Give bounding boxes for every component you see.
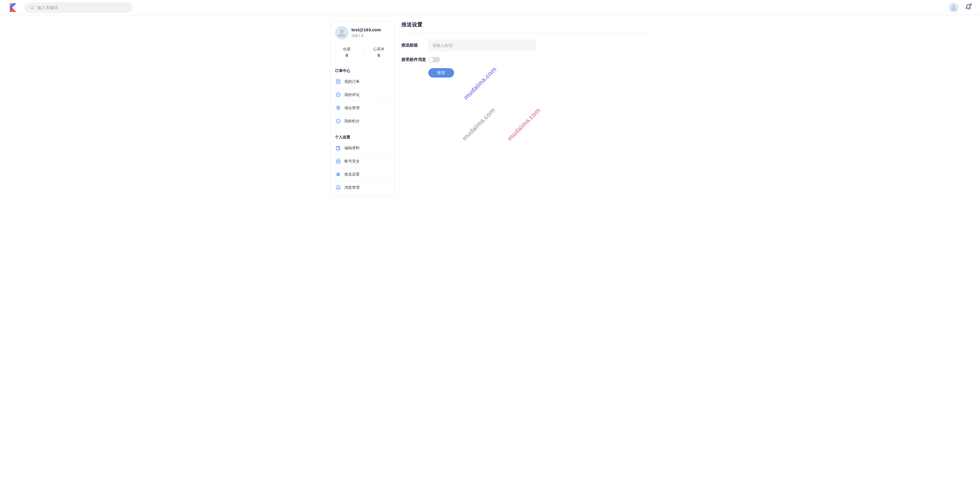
sidebar-item-profile[interactable]: 编辑资料 bbox=[334, 142, 391, 155]
accept-label: 接受邮件消息 bbox=[401, 57, 428, 62]
sidebar-item-label: 账号安全 bbox=[344, 159, 360, 164]
sidebar-item-points[interactable]: T 我的积分 bbox=[334, 115, 391, 128]
svg-point-0 bbox=[30, 6, 33, 8]
svg-point-2 bbox=[952, 5, 955, 8]
stat-favorites[interactable]: 收藏 0 bbox=[331, 46, 363, 57]
comments-icon bbox=[336, 92, 341, 97]
svg-point-21 bbox=[337, 175, 338, 176]
form-row-email: 推送邮箱 bbox=[401, 40, 649, 51]
notifications-button[interactable] bbox=[966, 4, 971, 11]
sidebar-item-orders[interactable]: 我的订单 bbox=[334, 75, 391, 88]
save-button[interactable]: 保存 bbox=[428, 68, 454, 78]
main-content: 推送设置 推送邮箱 接受邮件消息 保存 mudaima.com mudaima.… bbox=[401, 21, 649, 196]
svg-text:T: T bbox=[337, 120, 339, 123]
orders-icon bbox=[336, 79, 341, 84]
svg-point-19 bbox=[339, 174, 339, 175]
email-input[interactable] bbox=[428, 40, 536, 51]
sidebar-item-push[interactable]: 推送设置 bbox=[334, 168, 391, 181]
profile-activity: 活跃1天 bbox=[352, 33, 381, 38]
section-title-settings: 个人设置 bbox=[334, 132, 391, 142]
sliders-icon bbox=[336, 172, 341, 177]
header bbox=[0, 0, 980, 15]
bell-outline-icon bbox=[336, 185, 341, 190]
sidebar: test@163.com 活跃1天 收藏 0 心愿单 0 订单中心 我的订单 bbox=[331, 21, 395, 196]
watermark: mudaima.com bbox=[460, 107, 496, 142]
lock-icon bbox=[336, 159, 341, 164]
profile-header: test@163.com 活跃1天 bbox=[331, 21, 395, 44]
svg-point-3 bbox=[340, 29, 344, 33]
search-box[interactable] bbox=[25, 2, 133, 13]
toggle-knob bbox=[429, 57, 433, 62]
search-input[interactable] bbox=[37, 5, 128, 10]
svg-point-9 bbox=[338, 107, 339, 108]
sidebar-item-label: 我的积分 bbox=[344, 118, 360, 124]
svg-rect-13 bbox=[336, 147, 339, 150]
sidebar-item-label: 我的评论 bbox=[344, 92, 360, 97]
form-row-accept: 接受邮件消息 bbox=[401, 57, 649, 62]
sidebar-item-label: 地址管理 bbox=[344, 105, 360, 111]
profile-stats: 收藏 0 心愿单 0 bbox=[331, 44, 395, 63]
sidebar-item-label: 编辑资料 bbox=[344, 145, 360, 151]
watermark: mudaima.com bbox=[506, 107, 542, 142]
address-icon bbox=[336, 105, 341, 111]
svg-point-15 bbox=[338, 161, 339, 162]
profile-name: test@163.com bbox=[352, 27, 381, 32]
sidebar-section-orders: 订单中心 我的订单 我的评论 地址管理 T 我的积分 bbox=[331, 63, 395, 129]
points-icon: T bbox=[336, 118, 341, 124]
user-avatar[interactable] bbox=[949, 3, 958, 12]
page-title: 推送设置 bbox=[401, 21, 649, 32]
sidebar-item-label: 我的订单 bbox=[344, 79, 360, 84]
profile-avatar bbox=[335, 26, 348, 40]
app-logo[interactable] bbox=[9, 3, 18, 12]
sidebar-item-message[interactable]: 消息管理 bbox=[334, 181, 391, 194]
sidebar-section-settings: 个人设置 编辑资料 账号安全 推送设置 消息管理 bbox=[331, 129, 395, 196]
section-title-orders: 订单中心 bbox=[334, 66, 391, 75]
search-icon bbox=[29, 5, 35, 10]
accept-toggle[interactable] bbox=[428, 57, 440, 62]
svg-line-1 bbox=[33, 8, 33, 10]
email-label: 推送邮箱 bbox=[401, 43, 428, 48]
sidebar-item-label: 推送设置 bbox=[344, 172, 360, 177]
watermark: mudaima.com bbox=[462, 65, 498, 102]
sidebar-item-address[interactable]: 地址管理 bbox=[334, 102, 391, 115]
sidebar-item-comments[interactable]: 我的评论 bbox=[334, 88, 391, 102]
notification-dot bbox=[970, 3, 972, 6]
sidebar-item-label: 消息管理 bbox=[344, 185, 360, 190]
svg-point-17 bbox=[337, 173, 338, 174]
profile-edit-icon bbox=[336, 145, 341, 151]
svg-point-8 bbox=[336, 93, 340, 97]
sidebar-item-security[interactable]: 账号安全 bbox=[334, 155, 391, 168]
stat-wishlist[interactable]: 心愿单 0 bbox=[363, 46, 395, 57]
